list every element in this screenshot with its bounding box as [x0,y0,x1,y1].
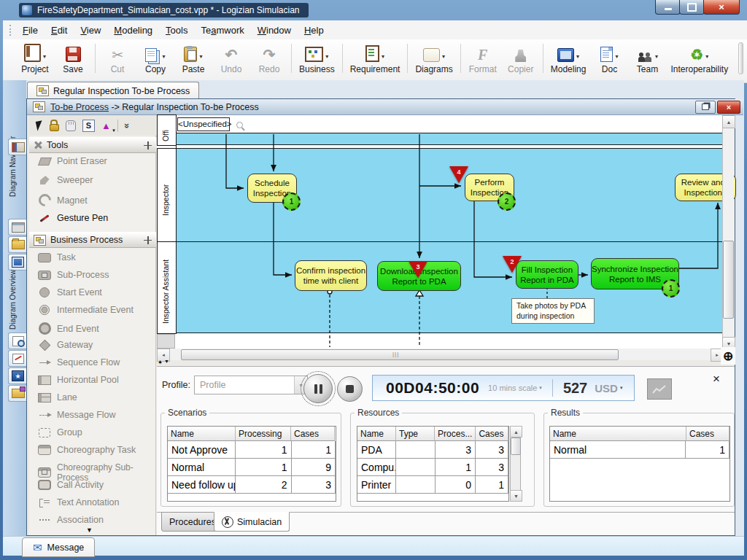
close-button[interactable]: × [703,0,740,15]
pause-button[interactable] [303,374,333,403]
sidebar-tab-logical-view[interactable] [8,254,27,271]
column-header[interactable]: Name [550,427,686,441]
paste-dropdown-icon[interactable]: ▾ [199,53,202,60]
search-icon[interactable] [236,122,243,128]
table-row[interactable]: Printer 0 1 [357,476,508,494]
redo-button[interactable]: ↷ Redo [250,42,288,74]
tab-simulacian[interactable]: Simulacian [214,512,290,532]
business-button[interactable]: ▾ Business [295,42,339,74]
interoperability-button[interactable]: ♻▾ Interoperability [666,42,732,74]
column-header[interactable]: Cases [291,427,335,441]
splitter-collapse-icons[interactable]: ▲▼ [158,359,171,364]
menu-help[interactable]: Help [298,22,330,39]
table-row[interactable]: PDA 3 3 [357,441,508,459]
palette-section-tools[interactable]: Tools [29,137,156,153]
scroll-up-button[interactable]: ▲ [722,115,735,128]
team-dropdown-icon[interactable]: ▾ [655,53,658,60]
message-tab[interactable]: ✉ Message [22,537,95,557]
column-header[interactable]: Cases [686,427,729,441]
menu-edit[interactable]: Edit [44,22,74,39]
column-header[interactable]: Proces... [435,427,476,441]
palette-scroll-more-icon[interactable]: ▼ [86,526,93,534]
horizontal-scroll-thumb[interactable] [181,349,619,360]
palette-item-message-flow[interactable]: Message Flow [31,410,166,420]
lock-tool-icon[interactable] [50,124,59,131]
modeling-button[interactable]: ▾ Modeling [546,42,591,74]
menu-window[interactable]: Window [251,22,298,39]
table-row[interactable]: Not Approve 1 1 [168,441,336,459]
sidebar-tab-project-browser[interactable] [8,385,27,402]
sidebar-tab-stencil[interactable]: ★ [8,368,27,384]
doc-button[interactable]: ▾ Doc [590,42,628,74]
stop-button[interactable] [337,376,363,402]
menu-modeling[interactable]: Modeling [107,22,159,39]
scroll-up-button[interactable]: ▲ [510,426,522,438]
palette-item-start-event[interactable]: Start Event▾ [31,287,166,298]
palette-item-task[interactable]: Task▾ [31,252,166,262]
sidebar-tab-navigator[interactable] [8,139,27,155]
panel-close-button[interactable]: × [713,372,720,386]
breadcrumb-parent-link[interactable]: To-be Process [50,102,109,112]
column-header[interactable]: Processing [236,427,291,441]
pan-tool-icon[interactable] [66,120,76,131]
table-row[interactable]: Need follow up 2 3 [168,476,336,494]
palette-item-sub-process[interactable]: Sub-Process▾ [31,270,166,280]
format-button[interactable]: F Format [464,42,502,74]
sidebar-tab-class-repository[interactable] [8,236,27,253]
sweeper-mode-icon[interactable]: S [82,120,95,132]
palette-item-sweeper[interactable]: Sweeper [31,175,166,185]
minimize-button[interactable] [655,0,681,15]
palette-item-group[interactable]: Group [31,427,166,438]
palette-item-text-annotation[interactable]: Text Annotation [31,497,166,508]
palette-item-association[interactable]: Association▾ [31,515,166,525]
collapse-toolbar-icon[interactable]: » [122,122,133,128]
diagram-restore-button[interactable] [695,101,716,114]
palette-item-magnet[interactable]: Magnet [31,194,166,206]
chart-button[interactable] [647,378,672,400]
palette-item-choreography-task[interactable]: Choreography Task [31,445,166,455]
business-dropdown-icon[interactable]: ▾ [325,53,328,60]
palette-section-business-process[interactable]: Business Process [29,232,156,248]
pan-compass-icon[interactable]: ⊕ [721,347,735,365]
project-dropdown-icon[interactable]: ▾ [43,53,46,60]
project-button[interactable]: ▾ Project [16,42,54,74]
document-tab[interactable]: Regular Inspection To-be Process [27,82,199,99]
palette-item-call-activity[interactable]: Call Activity▾ [31,480,166,490]
doc-dropdown-icon[interactable]: ▾ [615,53,618,60]
pool-name-box[interactable]: <Unspecified> [177,117,230,131]
currency-select[interactable]: USD [595,382,618,394]
column-header[interactable]: Name [168,427,236,441]
shape-tool-dropdown-icon[interactable]: ▾ [112,128,115,133]
team-button[interactable]: ▾ Team [628,42,666,74]
modeling-dropdown-icon[interactable]: ▾ [576,53,579,60]
diagrams-dropdown-icon[interactable]: ▾ [442,53,445,60]
requirement-button[interactable]: ▾ Requirement [346,42,405,74]
paste-button[interactable]: ▾ Paste [174,42,212,74]
shape-tool-icon[interactable]: ▲▾ [101,121,111,131]
diagrams-button[interactable]: ▾ Diagrams [411,42,457,74]
cut-button[interactable]: ✂ Cut [98,42,136,74]
task-confirm-inspection-time[interactable]: Confirm inspectiontime with client [295,260,367,291]
palette-item-point-eraser[interactable]: Point Eraser [31,156,166,166]
vertical-scroll-thumb[interactable] [723,241,734,319]
table-row[interactable]: Normal 1 9 [168,459,336,476]
diagram-overview-label[interactable]: Diagram Overview [9,270,17,330]
table-row[interactable]: Compu... 1 3 [357,459,508,476]
chevron-down-icon[interactable]: ▾ [539,385,542,391]
interoperability-dropdown-icon[interactable]: ▾ [705,53,708,60]
scroll-down-button[interactable]: ▼ [510,490,522,502]
diagram-close-button[interactable]: × [717,101,740,114]
column-header[interactable]: Type [396,427,435,441]
undo-button[interactable]: ↶ Undo [212,42,250,74]
task-fill-inspection-report[interactable]: Fill InspectionReport in PDA [516,260,578,289]
palette-item-gateway[interactable]: Gateway▾ [31,340,166,350]
palette-item-end-event[interactable]: End Event▾ [31,322,166,335]
selector-tool-icon[interactable] [36,120,44,131]
palette-item-sequence-flow[interactable]: Sequence Flow▾ [31,357,166,368]
table-row[interactable]: Normal 1 [550,441,729,459]
profile-select[interactable]: Profile ▾ [194,376,308,394]
menu-file[interactable]: File [16,22,44,39]
chevron-down-icon[interactable]: ▾ [620,385,623,391]
palette-item-intermediate-event[interactable]: Intermediate Event▾ [31,305,166,315]
officer-lane-body[interactable] [176,133,722,144]
